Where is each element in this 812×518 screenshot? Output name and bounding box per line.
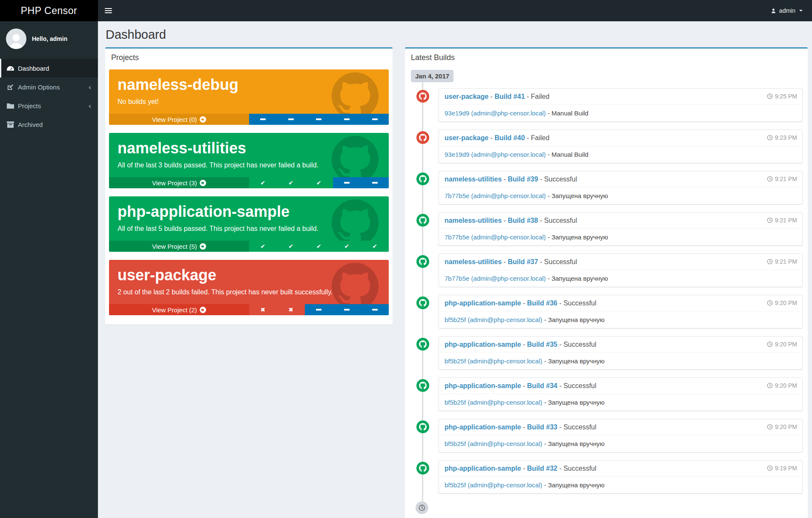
separator: -: [521, 341, 527, 348]
build-status-text: Failed: [531, 93, 550, 100]
build-entry-header: nameless-utilities - Build #39 - Success…: [439, 171, 802, 187]
build-success-box[interactable]: ✔: [305, 177, 333, 188]
build-message: Запущена вручную: [548, 316, 605, 323]
commit-link[interactable]: 7b77b5e (admin@php-censor.local): [445, 275, 546, 282]
build-link[interactable]: Build #32: [527, 465, 557, 472]
edit-icon: [7, 84, 14, 90]
separator: -: [546, 109, 551, 117]
clock-icon: [767, 135, 773, 141]
commit-link[interactable]: bf5b25f (admin@php-censor.local): [445, 399, 542, 406]
build-entry-box: user-package - Build #40 - Failed 9:23 P…: [439, 130, 803, 163]
user-dropdown[interactable]: admin: [761, 0, 812, 21]
build-message: Запущена вручную: [548, 357, 605, 365]
build-none-box[interactable]: [305, 304, 333, 315]
build-link[interactable]: Build #38: [508, 217, 538, 224]
build-failed-box[interactable]: ✖: [249, 304, 277, 315]
build-time-text: 9:20 PM: [775, 299, 797, 306]
separator: -: [557, 465, 563, 472]
separator: -: [546, 233, 551, 241]
separator: -: [525, 93, 531, 100]
arrow-circle-right-icon: [200, 307, 206, 313]
build-entry: php-application-sample - Build #35 - Suc…: [439, 336, 803, 370]
project-card: nameless-debug No builds yet! View Proje…: [109, 69, 389, 125]
build-none-box[interactable]: [333, 114, 361, 125]
project-link[interactable]: user-package: [445, 134, 488, 141]
separator: -: [488, 93, 494, 100]
build-time: 9:21 PM: [767, 176, 797, 182]
build-success-box[interactable]: ✔: [305, 241, 333, 252]
project-card-footer: View Project (2) ✖✖: [109, 304, 389, 315]
build-entry-body: 93e19d9 (admin@php-censor.local) - Manua…: [439, 146, 802, 163]
project-link[interactable]: user-package: [445, 93, 488, 100]
build-entry-body: 93e19d9 (admin@php-censor.local) - Manua…: [439, 105, 802, 121]
sidebar-item-archived[interactable]: Archived: [0, 115, 98, 134]
build-entry-box: php-application-sample - Build #33 - Suc…: [439, 419, 803, 452]
build-success-box[interactable]: ✔: [249, 241, 277, 252]
build-none-box[interactable]: [305, 114, 333, 125]
commit-link[interactable]: 7b77b5e (admin@php-censor.local): [445, 192, 546, 199]
build-time-text: 9:20 PM: [775, 423, 797, 430]
recent-builds-strip: [249, 114, 389, 125]
build-success-box[interactable]: ✔: [333, 241, 361, 252]
build-time-text: 9:20 PM: [775, 382, 797, 389]
build-none-box[interactable]: [277, 114, 305, 125]
build-none-box[interactable]: [361, 304, 389, 315]
build-link[interactable]: Build #41: [494, 93, 525, 100]
sidebar-item-projects[interactable]: Projects: [0, 96, 98, 115]
build-entry-header: php-application-sample - Build #36 - Suc…: [439, 295, 802, 311]
commit-link[interactable]: bf5b25f (admin@php-censor.local): [445, 440, 542, 447]
project-link[interactable]: php-application-sample: [445, 465, 521, 472]
build-link[interactable]: Build #39: [508, 176, 538, 183]
commit-link[interactable]: bf5b25f (admin@php-censor.local): [445, 357, 542, 365]
build-success-box[interactable]: ✔: [361, 241, 389, 252]
build-link[interactable]: Build #37: [508, 258, 538, 265]
build-success-box[interactable]: ✔: [277, 241, 305, 252]
build-link[interactable]: Build #36: [527, 299, 557, 307]
build-status-text: Successful: [544, 258, 577, 265]
project-link[interactable]: nameless-utilities: [445, 258, 502, 265]
archive-icon: [7, 121, 14, 128]
build-entry-body: 7b77b5e (admin@php-censor.local) - Запущ…: [439, 229, 802, 245]
build-link[interactable]: Build #33: [527, 423, 557, 431]
build-time: 9:23 PM: [767, 134, 797, 141]
build-link[interactable]: Build #34: [527, 382, 557, 389]
build-success-box[interactable]: ✔: [277, 177, 305, 188]
build-failed-box[interactable]: ✖: [277, 304, 305, 315]
sidebar-item-admin-options[interactable]: Admin Options: [0, 78, 98, 96]
build-entry-body: 7b77b5e (admin@php-censor.local) - Запущ…: [439, 270, 802, 287]
build-none-box[interactable]: [333, 177, 361, 188]
page-title: Dashboard: [98, 28, 812, 42]
view-project-button[interactable]: View Project (2): [109, 304, 249, 315]
project-link[interactable]: php-application-sample: [445, 299, 521, 307]
build-none-box[interactable]: [361, 177, 389, 188]
build-message: Запущена вручную: [548, 399, 605, 406]
project-link[interactable]: php-application-sample: [445, 423, 521, 431]
commit-link[interactable]: 93e19d9 (admin@php-censor.local): [445, 151, 546, 158]
commit-link[interactable]: 93e19d9 (admin@php-censor.local): [445, 109, 546, 117]
commit-link[interactable]: bf5b25f (admin@php-censor.local): [445, 316, 542, 323]
project-link[interactable]: php-application-sample: [445, 382, 521, 389]
project-link[interactable]: nameless-utilities: [445, 176, 502, 183]
build-none-box[interactable]: [333, 304, 361, 315]
sidebar-item-label: Dashboard: [18, 65, 49, 72]
build-none-box[interactable]: [361, 114, 389, 125]
view-project-button[interactable]: View Project (5): [109, 241, 249, 252]
build-link[interactable]: Build #40: [494, 134, 525, 141]
build-success-box[interactable]: ✔: [249, 177, 277, 188]
view-project-button[interactable]: View Project (0): [109, 114, 249, 125]
sidebar-item-dashboard[interactable]: Dashboard: [0, 59, 98, 78]
app-logo[interactable]: PHP Censor: [0, 0, 98, 21]
clock-icon: [767, 217, 773, 223]
project-link[interactable]: nameless-utilities: [445, 217, 502, 224]
commit-link[interactable]: bf5b25f (admin@php-censor.local): [445, 481, 542, 489]
topbar: PHP Censor admin: [0, 0, 812, 21]
view-project-button[interactable]: View Project (3): [109, 177, 249, 188]
commit-link[interactable]: 7b77b5e (admin@php-censor.local): [445, 233, 546, 241]
chevron-left-icon: [89, 102, 91, 109]
build-none-box[interactable]: [249, 114, 277, 125]
project-link[interactable]: php-application-sample: [445, 341, 521, 348]
sidebar-toggle-button[interactable]: [98, 0, 118, 21]
separator: -: [542, 440, 548, 447]
build-time: 9:21 PM: [767, 258, 797, 265]
build-link[interactable]: Build #35: [527, 341, 557, 348]
